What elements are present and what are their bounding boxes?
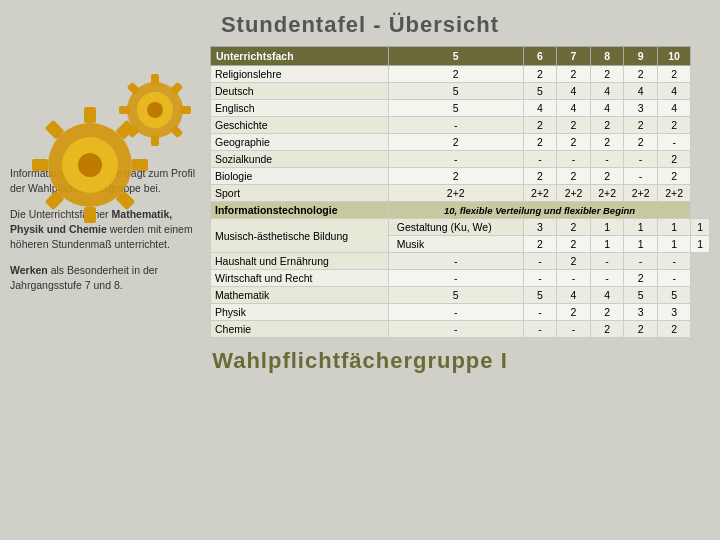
col-header-8: 8 [590, 47, 624, 66]
svg-rect-6 [32, 159, 48, 171]
value-cell: 2+2 [388, 185, 523, 202]
value-cell: - [657, 270, 691, 287]
value-cell: 4 [590, 287, 624, 304]
subject-cell: Haushalt und Ernährung [211, 253, 389, 270]
value-cell: 4 [657, 83, 691, 100]
subject-cell: Mathematik [211, 287, 389, 304]
svg-rect-14 [151, 74, 159, 85]
value-cell: 2 [388, 66, 523, 83]
value-cell: - [624, 151, 658, 168]
value-cell: 2 [523, 134, 557, 151]
value-cell: 5 [388, 287, 523, 304]
value-cell: 2 [624, 117, 658, 134]
value-cell: 5 [657, 287, 691, 304]
value-cell: 2 [590, 66, 624, 83]
subject-cell: Physik [211, 304, 389, 321]
value-cell: 4 [657, 100, 691, 117]
value-cell: 4 [590, 83, 624, 100]
svg-rect-5 [132, 159, 148, 171]
subject-cell: Chemie [211, 321, 389, 338]
value-cell: 5 [388, 100, 523, 117]
subject-cell: Religionslehre [211, 66, 389, 83]
value-cell: 2+2 [657, 185, 691, 202]
value-cell: 5 [388, 83, 523, 100]
value-cell: 4 [557, 83, 591, 100]
right-panel: Unterrichtsfach 5 6 7 8 9 10 Religionsle… [210, 46, 710, 338]
value-cell: 2 [523, 168, 557, 185]
bold-werken: Werken [10, 264, 48, 276]
page-title: Stundentafel - Übersicht [0, 0, 720, 46]
value-cell: 4 [557, 100, 591, 117]
value-cell: 2 [557, 117, 591, 134]
value-cell: 2 [557, 134, 591, 151]
value-cell: 4 [557, 287, 591, 304]
subject-cell: Sport [211, 185, 389, 202]
value-cell: 2 [657, 151, 691, 168]
svg-rect-17 [119, 106, 130, 114]
value-cell: - [523, 304, 557, 321]
stundentafel-table: Unterrichtsfach 5 6 7 8 9 10 Religionsle… [210, 46, 710, 338]
value-cell: - [388, 270, 523, 287]
value-cell: 2+2 [624, 185, 658, 202]
value-cell: - [388, 304, 523, 321]
value-cell: 2 [657, 117, 691, 134]
value-cell: 2 [590, 304, 624, 321]
value-cell: 3 [624, 100, 658, 117]
value-cell: 3 [657, 304, 691, 321]
value-cell: - [557, 270, 591, 287]
value-cell: 4 [624, 83, 658, 100]
value-cell: - [388, 151, 523, 168]
value-cell: - [557, 151, 591, 168]
value-cell: 2 [624, 321, 658, 338]
value-cell: 2 [657, 168, 691, 185]
value-cell: - [590, 151, 624, 168]
value-cell: - [590, 253, 624, 270]
value-cell: 2 [590, 321, 624, 338]
svg-point-13 [147, 102, 163, 118]
value-cell: - [657, 253, 691, 270]
value-cell: 2 [624, 270, 658, 287]
value-cell: - [624, 168, 658, 185]
value-cell: 3 [624, 304, 658, 321]
value-cell: - [523, 253, 557, 270]
value-cell: - [523, 270, 557, 287]
value-cell: 2 [624, 66, 658, 83]
col-header-10: 10 [657, 47, 691, 66]
value-cell: 2 [557, 66, 591, 83]
value-cell: - [557, 321, 591, 338]
col-header-subject: Unterrichtsfach [211, 47, 389, 66]
value-cell: 2 [590, 117, 624, 134]
value-cell: 2 [557, 253, 591, 270]
subject-cell: Deutsch [211, 83, 389, 100]
value-cell: 2 [388, 168, 523, 185]
col-header-5: 5 [388, 47, 523, 66]
value-cell: 2+2 [557, 185, 591, 202]
value-cell: - [590, 270, 624, 287]
footer-title: Wahlpflichtfächergruppe I [0, 338, 720, 380]
value-cell: 5 [523, 287, 557, 304]
value-cell: 2 [624, 134, 658, 151]
value-cell: - [523, 151, 557, 168]
value-cell: - [657, 134, 691, 151]
value-cell: 2+2 [523, 185, 557, 202]
value-cell: 2 [590, 168, 624, 185]
svg-rect-15 [151, 135, 159, 146]
value-cell: 2 [523, 66, 557, 83]
value-cell: 2 [657, 66, 691, 83]
value-cell: 2 [557, 168, 591, 185]
value-cell: - [624, 253, 658, 270]
value-cell: 5 [523, 83, 557, 100]
value-cell: - [523, 321, 557, 338]
value-cell: 4 [523, 100, 557, 117]
subject-cell: Geschichte [211, 117, 389, 134]
value-cell: 2 [657, 321, 691, 338]
value-cell: 2 [590, 134, 624, 151]
value-cell: 2 [523, 117, 557, 134]
gear-decoration [10, 55, 195, 265]
left-text-3: Werken als Besonderheit in der Jahrgangs… [10, 263, 200, 292]
subject-cell: Englisch [211, 100, 389, 117]
value-cell: 4 [590, 100, 624, 117]
value-cell: - [388, 253, 523, 270]
value-cell: - [388, 321, 523, 338]
svg-rect-16 [180, 106, 191, 114]
